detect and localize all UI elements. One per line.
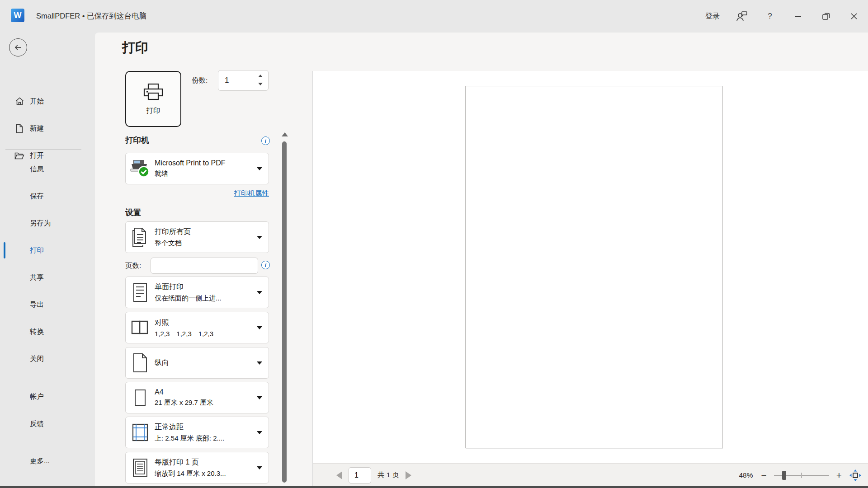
sidebar-item-more[interactable]: 更多... bbox=[0, 452, 95, 469]
paper-size-icon bbox=[126, 388, 155, 407]
feedback-person-icon[interactable] bbox=[728, 0, 756, 33]
help-icon[interactable]: ? bbox=[756, 0, 784, 33]
zoom-in-icon[interactable]: + bbox=[836, 470, 842, 480]
next-page-icon[interactable] bbox=[406, 471, 411, 479]
printer-section-heading: 打印机 bbox=[125, 135, 149, 145]
copies-label: 份数: bbox=[192, 76, 208, 85]
zoom-slider[interactable] bbox=[774, 471, 829, 480]
print-all-pages-icon bbox=[126, 227, 155, 248]
chevron-down-icon bbox=[257, 326, 262, 329]
copies-decrement-icon[interactable] bbox=[258, 83, 264, 86]
printer-info-icon[interactable]: i bbox=[261, 136, 270, 145]
printer-name: Microsoft Print to PDF bbox=[155, 159, 254, 167]
sidebar-item-share[interactable]: 共享 bbox=[0, 269, 95, 286]
home-icon bbox=[14, 97, 24, 106]
open-folder-icon bbox=[14, 151, 24, 160]
pages-input[interactable] bbox=[151, 258, 258, 274]
active-indicator bbox=[4, 242, 5, 258]
chevron-down-icon bbox=[257, 466, 262, 469]
printer-properties-link[interactable]: 打印机属性 bbox=[125, 189, 269, 198]
copies-stepper[interactable] bbox=[218, 70, 269, 91]
sidebar-item-feedback[interactable]: 反馈 bbox=[0, 415, 95, 432]
restore-window-icon[interactable] bbox=[812, 0, 840, 33]
preview-status-bar: 共 1 页 48% − + bbox=[313, 463, 868, 486]
chevron-down-icon bbox=[257, 431, 262, 434]
page-title: 打印 bbox=[122, 39, 148, 57]
titlebar: W SmallPDFER • 已保存到这台电脑 登录 ? bbox=[0, 0, 868, 33]
sidebar-item-save[interactable]: 保存 bbox=[0, 188, 95, 205]
window-title: SmallPDFER • 已保存到这台电脑 bbox=[36, 0, 146, 33]
paper-size-dropdown[interactable]: A4 21 厘米 x 29.7 厘米 bbox=[125, 382, 269, 413]
sidebar-divider-top bbox=[5, 149, 81, 150]
page-count-label: 共 1 页 bbox=[377, 470, 399, 480]
chevron-down-icon bbox=[257, 361, 262, 365]
sidebar-item-close-doc[interactable]: 关闭 bbox=[0, 350, 95, 367]
pages-label: 页数: bbox=[125, 261, 141, 271]
printer-selector[interactable]: Microsoft Print to PDF 就绪 bbox=[125, 153, 269, 184]
preview-page bbox=[465, 86, 722, 448]
collation-dropdown[interactable]: 对照 1,2,3 1,2,3 1,2,3 bbox=[125, 312, 269, 343]
sidebar-item-account[interactable]: 帐户 bbox=[0, 388, 95, 405]
zoom-level: 48% bbox=[739, 471, 753, 479]
sidebar-item-new[interactable]: 新建 bbox=[0, 120, 95, 137]
copies-increment-icon[interactable] bbox=[258, 75, 264, 78]
sidebar-item-transform[interactable]: 转换 bbox=[0, 323, 95, 340]
sidebar-item-print[interactable]: 打印 bbox=[0, 242, 95, 259]
zoom-out-icon[interactable]: − bbox=[761, 470, 766, 480]
print-preview-area bbox=[313, 71, 868, 463]
chevron-down-icon bbox=[257, 396, 262, 399]
sidebar-item-info[interactable]: 信息 bbox=[0, 160, 95, 178]
pages-info-icon[interactable]: i bbox=[261, 261, 270, 269]
new-document-icon bbox=[14, 124, 24, 133]
sign-in-button[interactable]: 登录 bbox=[697, 0, 728, 33]
margins-dropdown[interactable]: 正常边距 上: 2.54 厘米 底部: 2.... bbox=[125, 417, 269, 448]
scrollbar-thumb[interactable] bbox=[282, 141, 287, 483]
current-page-input[interactable] bbox=[349, 467, 371, 483]
printer-icon bbox=[142, 83, 164, 103]
chevron-down-icon bbox=[257, 291, 262, 294]
print-backstage-panel: 打印 打印 份数: 打印机 i bbox=[95, 33, 868, 486]
close-icon[interactable] bbox=[840, 0, 868, 33]
duplex-dropdown[interactable]: 单面打印 仅在纸面的一侧上进... bbox=[125, 277, 269, 308]
collated-pages-icon bbox=[126, 319, 155, 336]
pages-per-sheet-icon bbox=[126, 458, 155, 478]
sidebar-item-save-as[interactable]: 另存为 bbox=[0, 215, 95, 232]
word-app-icon: W bbox=[11, 9, 24, 22]
sidebar-divider-bottom bbox=[5, 382, 81, 382]
minimize-icon[interactable] bbox=[784, 0, 812, 33]
previous-page-icon[interactable] bbox=[336, 471, 342, 479]
printer-status: 就绪 bbox=[155, 169, 254, 178]
pages-per-sheet-dropdown[interactable]: 每版打印 1 页 缩放到 14 厘米 x 20.3... bbox=[125, 452, 269, 483]
settings-section-heading: 设置 bbox=[125, 207, 141, 218]
chevron-down-icon bbox=[257, 167, 262, 170]
sidebar-item-home[interactable]: 开始 bbox=[0, 93, 95, 110]
selected-printer-icon bbox=[126, 159, 155, 178]
orientation-dropdown[interactable]: 纵向 bbox=[125, 347, 269, 379]
one-sided-page-icon bbox=[126, 282, 155, 303]
portrait-page-icon bbox=[126, 352, 155, 373]
chevron-down-icon bbox=[257, 236, 262, 239]
scroll-up-icon[interactable] bbox=[282, 132, 288, 136]
print-range-dropdown[interactable]: 打印所有页 整个文档 bbox=[125, 221, 269, 253]
copies-input[interactable] bbox=[225, 70, 252, 90]
window-bottom-edge bbox=[0, 486, 868, 488]
back-button[interactable] bbox=[9, 38, 27, 56]
sidebar-item-export[interactable]: 导出 bbox=[0, 296, 95, 313]
backstage-sidebar: 开始 新建 打开 信息 保存 另存为 打印 共享 导出 转换 关闭 帐户 反馈 … bbox=[0, 33, 95, 486]
zoom-to-page-icon[interactable] bbox=[849, 469, 862, 482]
zoom-slider-thumb[interactable] bbox=[782, 471, 786, 480]
margins-icon bbox=[126, 422, 155, 442]
print-button[interactable]: 打印 bbox=[125, 71, 181, 127]
